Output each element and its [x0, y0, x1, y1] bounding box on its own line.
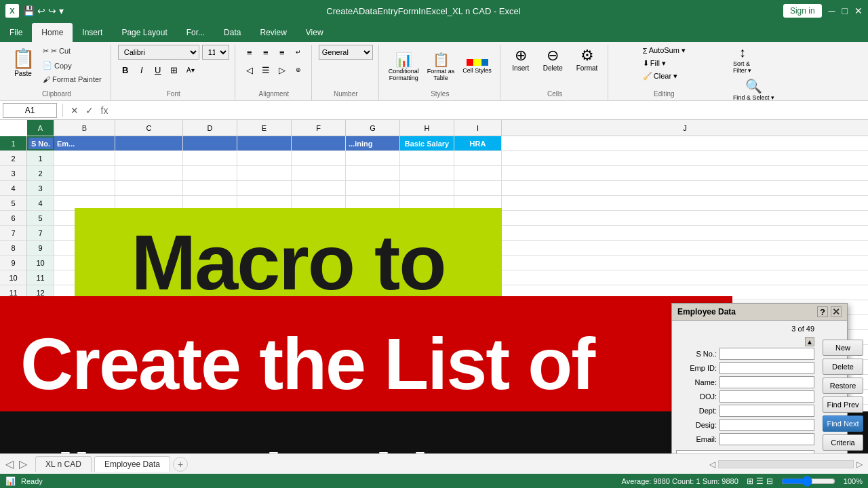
find-select-button[interactable]: 🔍 Find & Select ▾ [733, 78, 774, 101]
cell-g12[interactable] [346, 300, 400, 314]
cell-a14[interactable]: 15 [27, 330, 54, 344]
underline-button[interactable]: U [151, 62, 165, 77]
cell-f8[interactable] [292, 241, 346, 255]
cell-f3[interactable] [292, 166, 346, 180]
cell-h5[interactable] [400, 196, 454, 210]
wrap-text-button[interactable]: ↵ [291, 45, 306, 60]
format-table-button[interactable]: 📋 Format asTable [425, 50, 458, 83]
restore-button[interactable]: Restore [823, 378, 863, 394]
redo-icon[interactable]: ↪ [48, 5, 56, 16]
cell-d6[interactable] [183, 211, 237, 225]
row-num-4[interactable]: 4 [0, 181, 26, 196]
align-center-button[interactable]: ☰ [258, 62, 273, 77]
cell-d2[interactable] [183, 151, 237, 165]
cell-f14[interactable] [292, 330, 346, 344]
cell-h3[interactable] [400, 166, 454, 180]
cell-g3[interactable] [346, 166, 400, 180]
col-header-g[interactable]: G [346, 120, 400, 136]
cell-h15[interactable] [400, 345, 454, 359]
cell-c2[interactable] [115, 151, 183, 165]
fill-button[interactable]: ⬇ Fill ▾ [642, 58, 667, 69]
row-num-12[interactable]: 12 [0, 300, 26, 315]
cell-d10[interactable] [183, 270, 237, 285]
tab-view[interactable]: View [296, 23, 333, 42]
cell-d16[interactable] [183, 360, 237, 374]
cell-e17[interactable] [237, 375, 292, 389]
cell-j4[interactable] [502, 181, 868, 195]
insert-function-button[interactable]: fx [98, 105, 111, 116]
cell-h2[interactable] [400, 151, 454, 165]
cell-c13[interactable] [115, 315, 183, 329]
cell-styles-button[interactable]: Cell Styles [460, 58, 494, 75]
cell-e10[interactable] [237, 270, 292, 285]
tab-review[interactable]: Review [250, 23, 296, 42]
cell-c6[interactable] [115, 211, 183, 225]
cell-f6[interactable] [292, 211, 346, 225]
find-next-button[interactable]: Find Next [823, 415, 863, 432]
cell-f9[interactable] [292, 256, 346, 270]
field-input-doj[interactable] [719, 390, 814, 403]
cell-c1[interactable] [115, 136, 183, 150]
cell-d1[interactable] [183, 136, 237, 150]
row-num-18[interactable]: 18 [0, 390, 26, 405]
cell-g6[interactable] [346, 211, 400, 225]
row-num-8[interactable]: 8 [0, 241, 26, 256]
cell-e4[interactable] [237, 181, 292, 195]
cell-c5[interactable] [115, 196, 183, 210]
cell-i2[interactable] [454, 151, 502, 165]
cell-f7[interactable] [292, 226, 346, 240]
merge-center-button[interactable]: ⊕ [291, 62, 306, 77]
cell-h14[interactable] [400, 330, 454, 344]
cell-b15[interactable]: XNC403 [54, 345, 115, 359]
cell-b1[interactable]: Em... [54, 136, 115, 150]
col-header-b[interactable]: B [54, 120, 115, 136]
delete-button[interactable]: ⊖ Delete [538, 45, 568, 74]
cell-f17[interactable] [292, 375, 346, 389]
row-num-1[interactable]: 1 [0, 136, 26, 151]
cell-d13[interactable] [183, 315, 237, 329]
cell-c3[interactable] [115, 166, 183, 180]
row-num-5[interactable]: 5 [0, 196, 26, 211]
cell-c15[interactable] [115, 345, 183, 359]
tab-file[interactable]: File [0, 23, 32, 42]
cell-i12[interactable] [454, 300, 502, 314]
cell-b3[interactable] [54, 166, 115, 180]
cell-c16[interactable] [115, 360, 183, 374]
cell-d12[interactable] [183, 300, 237, 314]
cell-i15[interactable] [454, 345, 502, 359]
cell-d14[interactable] [183, 330, 237, 344]
cell-g15[interactable] [346, 345, 400, 359]
cell-b5[interactable] [54, 196, 115, 210]
cell-f12[interactable] [292, 300, 346, 314]
cell-d3[interactable] [183, 166, 237, 180]
field-input-dept[interactable] [719, 405, 814, 417]
tab-home[interactable]: Home [32, 23, 73, 42]
criteria-button[interactable]: Criteria [823, 434, 863, 451]
cell-e14[interactable] [237, 330, 292, 344]
align-right-button[interactable]: ▷ [275, 62, 290, 77]
cell-a11[interactable]: 12 [27, 285, 54, 300]
cell-reference-input[interactable] [3, 103, 57, 118]
cell-h9[interactable] [400, 256, 454, 270]
col-header-f[interactable]: F [292, 120, 346, 136]
find-prev-button[interactable]: Find Prev [823, 396, 863, 413]
cell-f2[interactable] [292, 151, 346, 165]
cell-b8[interactable] [54, 241, 115, 255]
paste-button[interactable]: 📋 Paste [8, 45, 38, 80]
horizontal-scroll-right[interactable]: ▷ [856, 460, 863, 469]
cell-i6[interactable] [454, 211, 502, 225]
sort-filter-button[interactable]: ↕ Sort &Filter ▾ [733, 45, 752, 74]
row-num-16[interactable]: 16 [0, 360, 26, 375]
cell-b14[interactable]: XNC400 [54, 330, 115, 344]
cell-d4[interactable] [183, 181, 237, 195]
dialog-help-icon[interactable]: ? [817, 306, 828, 317]
row-num-9[interactable]: 9 [0, 256, 26, 270]
field-input-desig[interactable] [719, 419, 814, 431]
cell-i8[interactable] [454, 241, 502, 255]
cell-b9[interactable] [54, 256, 115, 270]
cell-i4[interactable] [454, 181, 502, 195]
cell-h12[interactable] [400, 300, 454, 314]
page-layout-view-button[interactable]: ☰ [756, 476, 764, 486]
save-icon[interactable]: 💾 [23, 5, 35, 16]
cut-button[interactable]: ✂ ✂ Cut [39, 45, 105, 58]
